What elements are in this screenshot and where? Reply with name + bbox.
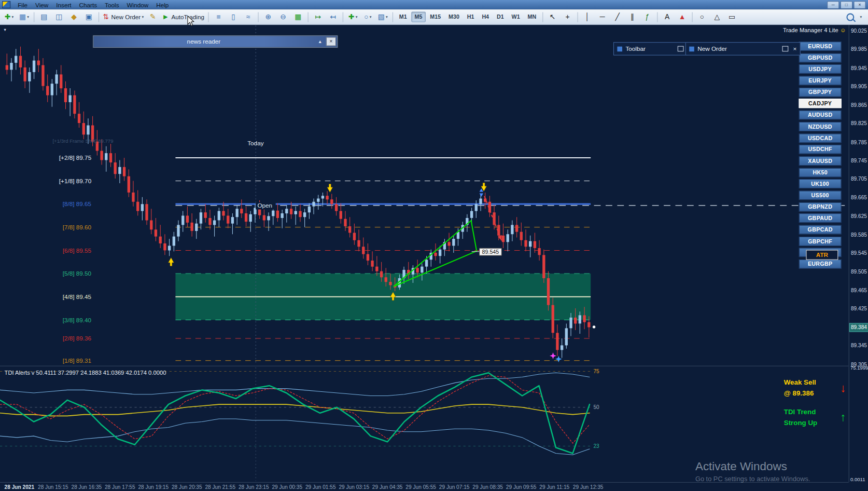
candle-body [78, 114, 80, 123]
indicators-icon: ✚ [348, 13, 355, 21]
profiles-button[interactable]: ▦▾ [17, 11, 31, 22]
symbol-xauusd-button[interactable]: XAUUSD [799, 156, 842, 166]
menu-view[interactable]: View [32, 1, 52, 9]
terminal-button[interactable]: ▣ [82, 11, 96, 22]
templates-button[interactable]: ▧▾ [376, 11, 390, 22]
arrows-tool-button[interactable]: ▲ [675, 11, 689, 22]
price-tick: 89.865 [851, 102, 867, 108]
symbol-eurgbp-button[interactable]: EURGBP [799, 260, 842, 269]
candles-chart-button[interactable]: ▯ [227, 11, 241, 22]
chart-shift-button[interactable]: ↤ [326, 11, 340, 22]
candle-body [51, 84, 53, 95]
menu-insert[interactable]: Insert [52, 1, 75, 9]
crosshair-button[interactable]: + [561, 11, 575, 22]
vertical-line-button[interactable]: │ [581, 11, 595, 22]
window-minimize-button[interactable]: ─ [827, 1, 839, 9]
autotrading-button[interactable]: ►AutoTrading [161, 11, 205, 22]
ellipse-button[interactable]: ○ [695, 11, 709, 22]
new-order-panel-titlebar[interactable]: New Order × [685, 42, 801, 56]
time-label: 29 Jun 04:35 [372, 484, 403, 490]
symbol-cadjpy-button[interactable]: CADJPY [799, 99, 842, 108]
symbol-audusd-button[interactable]: AUDUSD [799, 111, 842, 120]
symbol-eurusd-button[interactable]: EURUSD [799, 42, 842, 51]
text-label-button[interactable]: A [660, 11, 674, 22]
symbol-hk50-button[interactable]: HK50 [799, 168, 842, 177]
market-watch-button[interactable]: ▤ [37, 11, 51, 22]
line-chart-button[interactable]: ≈ [242, 11, 256, 22]
news-reader-window[interactable]: news reader ▲ × [93, 35, 338, 47]
candle-body [218, 211, 220, 221]
toolbar-overflow-icon[interactable]: ▾ [860, 15, 862, 19]
news-reader-collapse-button[interactable]: ▲ [314, 39, 326, 44]
zoom-out-button[interactable]: ⊖ [276, 11, 290, 22]
cursor-button[interactable]: ↖ [545, 11, 559, 22]
timeframe-h1-button[interactable]: H1 [464, 11, 477, 22]
window-close-button[interactable]: × [853, 1, 865, 9]
timeframe-m15-button[interactable]: M15 [427, 11, 444, 22]
symbol-uk100-button[interactable]: UK100 [799, 179, 842, 188]
timeframe-mn-button[interactable]: MN [524, 11, 539, 22]
search-icon[interactable] [847, 13, 855, 21]
candle-body [340, 211, 342, 219]
bars-chart-button[interactable]: ≡ [212, 11, 226, 22]
new-order-panel-maximize-button[interactable] [782, 46, 788, 52]
symbol-gbpaud-button[interactable]: GBPAUD [799, 213, 842, 223]
triangle-shape-button[interactable]: △ [710, 11, 724, 22]
symbol-usdchf-button[interactable]: USDCHF [799, 145, 842, 154]
data-window-button[interactable]: ◫ [52, 11, 66, 22]
chart-menu-caret-icon[interactable]: ▾ [4, 27, 6, 32]
symbol-gbpnzd-button[interactable]: GBPNZD [799, 202, 842, 211]
zoom-in-button[interactable]: ⊕ [261, 11, 275, 22]
toolbar-panel-maximize-button[interactable] [678, 46, 684, 52]
periods-button[interactable]: ○▾ [361, 11, 375, 22]
horizontal-line-button[interactable]: ─ [595, 11, 609, 22]
menu-file[interactable]: File [14, 1, 32, 9]
trendline-button[interactable]: ╱ [610, 11, 624, 22]
timeframe-d1-button[interactable]: D1 [494, 11, 507, 22]
crosshair-icon: + [565, 13, 569, 21]
metaeditor-button[interactable]: ✎ [146, 11, 160, 22]
indicators-button[interactable]: ✚▾ [346, 11, 360, 22]
toolbar-panel-titlebar[interactable]: Toolbar [613, 42, 688, 56]
menu-charts[interactable]: Charts [75, 1, 101, 9]
rectangle-shape-button[interactable]: ▭ [725, 11, 739, 22]
navigator-button[interactable]: ◆ [67, 11, 81, 22]
main-chart-canvas[interactable]: 89.545[+2/8] 89.75[+1/8] 89.70[8/8] 89.6… [0, 24, 850, 366]
menu-window[interactable]: Window [123, 1, 152, 9]
channel-button[interactable]: ∥ [625, 11, 639, 22]
new-chart-button[interactable]: ✚▾ [2, 11, 16, 22]
symbol-gbpusd-button[interactable]: GBPUSD [799, 53, 842, 62]
new-order-panel-close-button[interactable]: × [793, 46, 796, 52]
menu-help[interactable]: Help [152, 1, 173, 9]
symbol-gbpchf-button[interactable]: GBPCHF [799, 237, 842, 246]
fibonacci-button[interactable]: ƒ [640, 11, 654, 22]
candle-body [231, 217, 234, 223]
timeframe-h4-button[interactable]: H4 [479, 11, 492, 22]
symbol-us500-button[interactable]: US500 [799, 190, 842, 200]
candle-body [583, 315, 585, 322]
candle-body [561, 345, 563, 350]
symbol-eurjpy-button[interactable]: EURJPY [799, 76, 842, 85]
price-tick: 89.425 [851, 306, 867, 312]
news-reader-close-button[interactable]: × [326, 37, 336, 46]
symbol-nzdusd-button[interactable]: NZDUSD [799, 122, 842, 131]
timeframe-m30-button[interactable]: M30 [445, 11, 463, 22]
symbol-gbpcad-button[interactable]: GBPCAD [799, 225, 842, 234]
price-axis[interactable]: 90.02589.98589.94589.90589.86589.82589.7… [849, 24, 868, 482]
price-tick: 89.785 [851, 139, 867, 145]
atr-button[interactable]: ATR [806, 250, 838, 260]
timeframe-w1-button[interactable]: W1 [508, 11, 523, 22]
auto-scroll-button[interactable]: ↦ [311, 11, 325, 22]
tile-windows-button[interactable]: ▦ [291, 11, 305, 22]
panel-divider[interactable] [0, 366, 849, 366]
timeframe-m1-button[interactable]: M1 [396, 11, 410, 22]
menu-tools[interactable]: Tools [101, 1, 123, 9]
new-order-button[interactable]: ⇅New Order▾ [102, 11, 145, 22]
window-restore-button[interactable]: □ [841, 1, 852, 9]
timeframe-m5-button[interactable]: M5 [411, 11, 426, 22]
time-axis[interactable]: 28 Jun 202128 Jun 15:1528 Jun 16:3528 Ju… [0, 482, 849, 491]
symbol-usdcad-button[interactable]: USDCAD [799, 133, 842, 143]
symbol-gbpjpy-button[interactable]: GBPJPY [799, 87, 842, 97]
main-toolbar: ✚▾▦▾▤◫◆▣⇅New Order▾✎►AutoTrading≡▯≈⊕⊖▦↦↤… [0, 9, 868, 25]
symbol-usdjpy-button[interactable]: USDJPY [799, 64, 842, 74]
